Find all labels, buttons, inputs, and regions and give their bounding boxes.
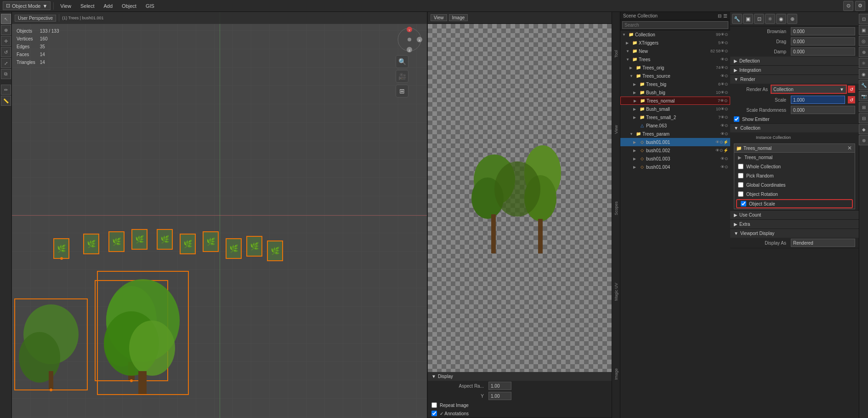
outliner-item-bush01-004[interactable]: ▶ ◇ bush01.004 👁 ⊙: [620, 163, 730, 171]
rotate-tool[interactable]: ↺: [1, 47, 11, 57]
menu-add[interactable]: Add: [100, 2, 117, 10]
options-btn[interactable]: ⚙: [855, 1, 865, 11]
tree-card-5[interactable]: 🌿: [157, 229, 173, 250]
small2-eye[interactable]: 👁: [720, 115, 725, 120]
damp-val[interactable]: 0.000: [791, 47, 855, 56]
filter-icon[interactable]: ⊟: [718, 13, 721, 18]
big-tree-1[interactable]: [14, 298, 88, 390]
right-icon-11[interactable]: ◆: [859, 124, 868, 134]
param-render[interactable]: ⊙: [725, 132, 728, 136]
bush001-eye[interactable]: 👁: [715, 140, 720, 144]
bush001-render[interactable]: ⊙: [720, 140, 723, 144]
measure-tool[interactable]: 📏: [1, 96, 11, 106]
nav-widget[interactable]: Y X Z: [396, 26, 423, 53]
scale-randomness-val[interactable]: 0.000: [791, 106, 855, 114]
annotations-checkbox[interactable]: [431, 411, 437, 416]
select-tool[interactable]: ↖: [1, 14, 11, 24]
bush003-eye[interactable]: 👁: [720, 156, 725, 161]
outliner-item-trees[interactable]: ▼ 📁 Trees 👁 ⊙: [620, 55, 730, 63]
y-val[interactable]: 1.00: [488, 392, 511, 400]
right-icon-9[interactable]: ⊞: [859, 102, 868, 112]
cursor-tool[interactable]: ⊕: [1, 25, 11, 35]
render-as-reset[interactable]: ↺: [848, 86, 855, 93]
big-eye[interactable]: 👁: [720, 82, 725, 86]
transform-tool[interactable]: ⧉: [1, 69, 11, 79]
bush002-extra[interactable]: ⚡: [723, 148, 728, 153]
show-emitter-checkbox[interactable]: [734, 116, 739, 122]
source-eye[interactable]: 👁: [720, 74, 725, 78]
menu-view[interactable]: View: [57, 2, 75, 10]
outliner-item-new[interactable]: ▼ 📁 New 82 58 👁 ⊙: [620, 47, 730, 55]
props-icon-material[interactable]: ◉: [776, 14, 786, 24]
bush002-eye[interactable]: 👁: [715, 148, 720, 153]
tree-card-2[interactable]: 🌿: [83, 234, 99, 254]
menu-select[interactable]: Select: [77, 2, 98, 10]
tree-card-1[interactable]: 🌿: [53, 238, 69, 259]
option-object-rotation[interactable]: Object Rotation: [734, 189, 855, 199]
tree-card-3[interactable]: 🌿: [108, 231, 125, 252]
camera-view-btn[interactable]: 🎥: [396, 70, 408, 83]
outliner-item-trees-orig[interactable]: ▶ 📁 Trees_orig 74 👁 ⊙: [620, 63, 730, 72]
tree-card-4[interactable]: 🌿: [131, 229, 148, 250]
bushsmall-render[interactable]: ⊙: [725, 107, 728, 111]
plane063-eye[interactable]: 👁: [720, 123, 725, 128]
render-header[interactable]: ▼ Render: [730, 75, 859, 84]
bushsmall-eye[interactable]: 👁: [720, 107, 725, 111]
props-icon-object[interactable]: ▣: [743, 14, 753, 24]
props-icon-other[interactable]: ⊕: [787, 14, 797, 24]
grid-view-btn[interactable]: ⊞: [396, 85, 408, 97]
vis-eye[interactable]: 👁: [720, 32, 725, 37]
object-mode-selector[interactable]: ⊡ Object Mode ▼: [3, 1, 51, 10]
perspective-toggle[interactable]: User Perspective: [15, 15, 56, 22]
tree-card-6[interactable]: 🌿: [180, 234, 196, 254]
right-icon-6[interactable]: ◉: [859, 69, 868, 79]
orig-render[interactable]: ⊙: [725, 65, 728, 70]
outliner-item-trees-normal[interactable]: ▶ 📁 Trees_normal 7 👁 ⊙: [620, 97, 730, 105]
normal-render[interactable]: ⊙: [724, 98, 728, 103]
scope-image[interactable]: Image: [613, 366, 619, 382]
outliner-item-bush-big[interactable]: ▶ 📁 Bush_big 10 👁 ⊙: [620, 88, 730, 97]
bushbig-render[interactable]: ⊙: [725, 90, 728, 95]
small2-render[interactable]: ⊙: [725, 115, 728, 120]
viewport-3d[interactable]: User Perspective (1) Trees | bush01.001 …: [12, 12, 428, 418]
right-icon-2[interactable]: ▣: [859, 25, 868, 35]
props-icon-physics[interactable]: ⚛: [765, 14, 775, 24]
brownian-val[interactable]: 0.000: [791, 27, 855, 35]
right-icon-12[interactable]: ⊗: [859, 135, 868, 145]
collection-section-header[interactable]: ▼ Collection: [730, 124, 859, 132]
option-object-scale[interactable]: Object Scale: [736, 199, 853, 208]
viewport-display-header[interactable]: ▼ Viewport Display: [730, 229, 859, 238]
outliner-item-bush01-001[interactable]: ▶ ◇ bush01.001 👁 ⊙ ⚡: [620, 138, 730, 146]
right-icon-1[interactable]: ⊡: [859, 14, 868, 24]
normal-eye[interactable]: 👁: [720, 98, 724, 103]
new-render[interactable]: ⊙: [725, 49, 728, 53]
bush001-extra[interactable]: ⚡: [723, 140, 728, 144]
scope-view[interactable]: View: [613, 123, 619, 136]
source-render[interactable]: ⊙: [725, 74, 728, 78]
scope-scopes[interactable]: Scopes: [613, 200, 619, 217]
outliner-item-plane063[interactable]: △ Plane.063 👁 ⊙: [620, 121, 730, 130]
object-rotation-check[interactable]: [738, 191, 743, 197]
viewport-controls[interactable]: ⊙: [843, 1, 853, 11]
bush003-render[interactable]: ⊙: [725, 156, 728, 161]
outliner-item-trees-small2[interactable]: ▶ 📁 Trees_small_2 7 👁 ⊙: [620, 113, 730, 121]
big-render[interactable]: ⊙: [725, 82, 728, 86]
props-icon-particles[interactable]: ⊡: [754, 14, 764, 24]
scale-tool[interactable]: ⤢: [1, 58, 11, 68]
trees-render[interactable]: ⊙: [725, 57, 728, 62]
option-global-coordinates[interactable]: Global Coordinates: [734, 180, 855, 189]
repeat-image-checkbox[interactable]: [431, 402, 437, 408]
whole-collection-check[interactable]: [738, 164, 743, 169]
right-icon-3[interactable]: ◎: [859, 36, 868, 46]
right-icon-8[interactable]: 📷: [859, 91, 868, 101]
object-scale-check[interactable]: [741, 201, 746, 206]
tree-card-7[interactable]: 🌿: [203, 231, 219, 252]
use-count-header[interactable]: ▶ Use Count: [730, 211, 859, 219]
annotate-tool[interactable]: ✏: [1, 85, 11, 95]
display-as-val[interactable]: Rendered: [791, 239, 855, 247]
xtriggers-eye[interactable]: 👁: [720, 40, 725, 45]
bush002-render[interactable]: ⊙: [720, 148, 723, 153]
deflection-header[interactable]: ▶ Deflection: [730, 57, 859, 65]
outliner-item-xtriggers[interactable]: ▶ 📁 XTriggers 5 👁 ⊙: [620, 39, 730, 47]
image-canvas[interactable]: [428, 24, 612, 372]
